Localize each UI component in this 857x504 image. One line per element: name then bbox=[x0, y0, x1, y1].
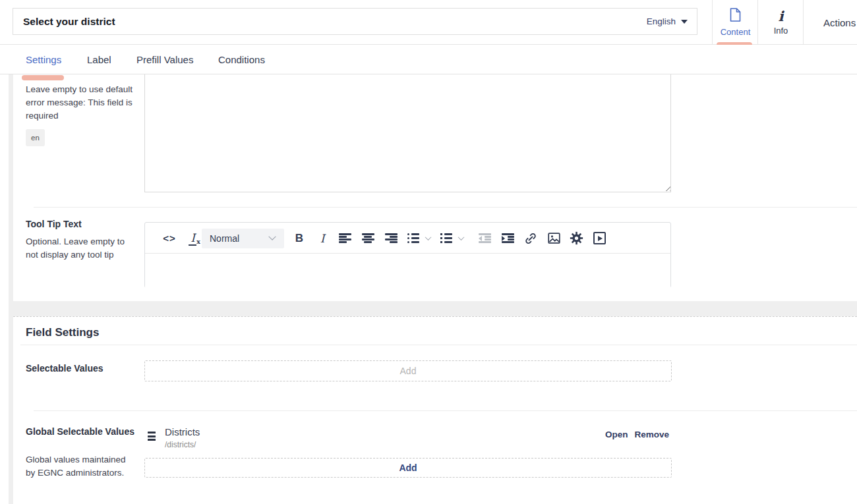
align-right-button[interactable] bbox=[381, 223, 401, 254]
divider bbox=[34, 410, 857, 411]
rich-text-editor-body[interactable] bbox=[145, 254, 670, 288]
global-value-actions: OpenRemove bbox=[605, 430, 669, 439]
ordered-list-button[interactable] bbox=[438, 223, 455, 254]
rich-text-toolbar: <> I x Normal B I bbox=[145, 223, 670, 254]
paragraph-style-select[interactable]: Normal bbox=[202, 229, 284, 248]
tab-settings[interactable]: Settings bbox=[26, 54, 61, 65]
document-icon bbox=[730, 8, 741, 24]
align-left-button[interactable] bbox=[335, 223, 355, 254]
tooltip-help-text: Optional. Leave empty to not display any… bbox=[26, 235, 136, 262]
tooltip-label-block: Tool Tip Text Optional. Leave empty to n… bbox=[26, 217, 136, 262]
tab-content[interactable]: Content bbox=[713, 0, 758, 45]
tab-label[interactable]: Label bbox=[87, 54, 111, 65]
global-selectable-values-label-block: Global Selectable Values Global values m… bbox=[26, 425, 136, 480]
paragraph-style-value: Normal bbox=[210, 233, 270, 244]
video-icon bbox=[593, 232, 606, 244]
divider bbox=[34, 207, 857, 208]
bullet-list-icon bbox=[407, 233, 419, 243]
settings-tab-bar: Settings Label Prefill Values Conditions bbox=[0, 45, 857, 74]
clear-formatting-icon: I bbox=[189, 231, 196, 246]
open-link[interactable]: Open bbox=[605, 430, 628, 439]
code-view-button[interactable]: <> bbox=[156, 223, 183, 254]
align-center-button[interactable] bbox=[358, 223, 378, 254]
block-settings-sidebar: Select your district English Content i I… bbox=[0, 0, 857, 504]
image-icon bbox=[547, 231, 561, 245]
tab-info-label: Info bbox=[774, 26, 788, 36]
selectable-values-label: Selectable Values bbox=[26, 363, 103, 374]
ordered-list-icon bbox=[440, 233, 452, 243]
outdent-button[interactable] bbox=[475, 223, 494, 254]
global-value-title: Districts bbox=[165, 426, 200, 437]
remove-link[interactable]: Remove bbox=[634, 430, 669, 439]
gear-icon bbox=[570, 231, 583, 245]
global-selectable-values-help: Global values maintained by EGNC adminis… bbox=[26, 453, 136, 480]
caret-down-icon bbox=[681, 20, 688, 24]
field-settings-heading: Field Settings bbox=[26, 326, 99, 339]
header: Select your district English Content i I… bbox=[0, 0, 857, 45]
general-settings-panel: Leave empty to use default error message… bbox=[13, 74, 857, 301]
image-button[interactable] bbox=[544, 223, 564, 254]
divider bbox=[20, 345, 857, 345]
error-message-help-text: Leave empty to use default error message… bbox=[26, 84, 133, 121]
align-center-icon bbox=[362, 233, 374, 243]
actions-button[interactable]: Actions bbox=[823, 0, 856, 45]
error-message-textarea[interactable] bbox=[144, 74, 671, 192]
rich-text-editor: <> I x Normal B I bbox=[144, 222, 671, 288]
video-button[interactable] bbox=[589, 223, 609, 254]
link-icon bbox=[524, 232, 537, 245]
tab-conditions[interactable]: Conditions bbox=[218, 54, 265, 65]
link-button[interactable] bbox=[521, 223, 541, 254]
tab-prefill-values[interactable]: Prefill Values bbox=[136, 54, 193, 65]
chevron-down-icon bbox=[268, 233, 276, 240]
field-settings-panel: Field Settings Selectable Values Add Glo… bbox=[13, 316, 857, 504]
outdent-icon bbox=[479, 233, 491, 243]
align-left-icon bbox=[339, 233, 351, 243]
chevron-down-icon bbox=[425, 234, 431, 240]
bullet-list-button[interactable] bbox=[405, 223, 422, 254]
main-content: Leave empty to use default error message… bbox=[9, 74, 857, 504]
language-badge: en bbox=[26, 129, 45, 146]
field-title-value[interactable]: Select your district bbox=[23, 16, 647, 28]
indent-icon bbox=[502, 233, 514, 243]
add-selectable-value-button[interactable]: Add bbox=[144, 360, 672, 381]
align-right-icon bbox=[385, 233, 398, 243]
ordered-list-options-button[interactable] bbox=[455, 223, 467, 254]
language-value: English bbox=[647, 16, 676, 26]
info-icon: i bbox=[779, 10, 784, 23]
indent-button[interactable] bbox=[498, 223, 517, 254]
drag-handle-icon[interactable] bbox=[148, 432, 156, 443]
tab-info[interactable]: i Info bbox=[758, 0, 804, 45]
italic-button[interactable]: I bbox=[312, 223, 332, 254]
settings-button[interactable] bbox=[566, 223, 586, 254]
bold-button[interactable]: B bbox=[289, 223, 309, 254]
global-value-item: Districts /districts/ OpenRemove bbox=[144, 426, 672, 453]
bullet-list-options-button[interactable] bbox=[422, 223, 434, 254]
tooltip-label: Tool Tip Text bbox=[26, 219, 82, 229]
language-dropdown[interactable]: English bbox=[647, 16, 688, 26]
selectable-values-label-block: Selectable Values bbox=[26, 362, 136, 376]
chevron-down-icon bbox=[458, 234, 464, 240]
field-title-input[interactable]: Select your district English bbox=[13, 8, 697, 35]
global-value-path: /districts/ bbox=[165, 440, 196, 449]
active-nav-underline bbox=[22, 75, 64, 80]
tab-content-label: Content bbox=[721, 27, 751, 37]
add-global-selectable-value-button[interactable]: Add bbox=[144, 458, 672, 478]
error-message-help: Leave empty to use default error message… bbox=[26, 83, 136, 146]
global-selectable-values-label: Global Selectable Values bbox=[26, 426, 134, 437]
